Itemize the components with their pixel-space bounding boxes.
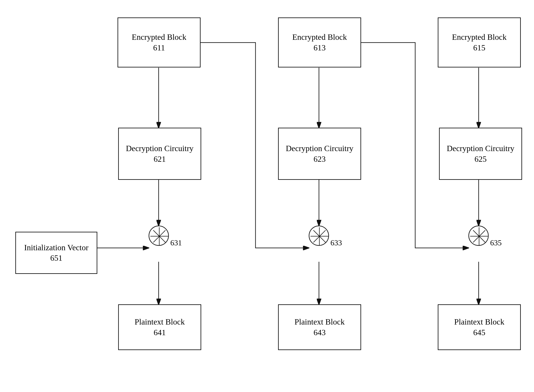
dec621-number: 621: [154, 154, 166, 164]
xor635-label: 635: [490, 238, 502, 247]
iv651-number: 651: [50, 253, 62, 263]
xor-633: [309, 226, 329, 246]
plain645-number: 645: [473, 327, 486, 338]
encrypted-block-611: Encrypted Block 611: [118, 18, 201, 67]
dec623-label: Decryption Circuitry: [286, 143, 354, 154]
decryption-circuitry-623: Decryption Circuitry 623: [278, 128, 361, 180]
plain641-number: 641: [154, 327, 166, 338]
enc611-number: 611: [153, 42, 165, 53]
enc613-label: Encrypted Block: [292, 32, 347, 42]
initialization-vector-651: Initialization Vector 651: [15, 232, 97, 274]
xor633-label: 633: [331, 238, 342, 247]
plain643-number: 643: [314, 327, 326, 338]
decryption-circuitry-621: Decryption Circuitry 621: [118, 128, 201, 180]
dec623-number: 623: [314, 154, 326, 164]
xor-635: [468, 226, 489, 246]
enc611-label: Encrypted Block: [132, 32, 186, 42]
plain641-label: Plaintext Block: [135, 317, 184, 327]
dec625-number: 625: [475, 154, 487, 164]
enc615-number: 615: [473, 42, 486, 53]
plaintext-block-643: Plaintext Block 643: [278, 304, 361, 350]
xor-631: [149, 226, 169, 246]
xor631-label: 631: [170, 238, 182, 247]
decryption-circuitry-625: Decryption Circuitry 625: [439, 128, 522, 180]
dec621-label: Decryption Circuitry: [126, 143, 194, 154]
plaintext-block-641: Plaintext Block 641: [118, 304, 201, 350]
dec625-label: Decryption Circuitry: [447, 143, 515, 154]
plaintext-block-645: Plaintext Block 645: [438, 304, 521, 350]
encrypted-block-615: Encrypted Block 615: [438, 18, 521, 67]
plain643-label: Plaintext Block: [294, 317, 345, 327]
iv651-label: Initialization Vector: [24, 243, 88, 253]
enc615-label: Encrypted Block: [452, 32, 506, 42]
plain645-label: Plaintext Block: [454, 317, 504, 327]
encrypted-block-613: Encrypted Block 613: [278, 18, 361, 67]
enc613-number: 613: [314, 42, 326, 53]
